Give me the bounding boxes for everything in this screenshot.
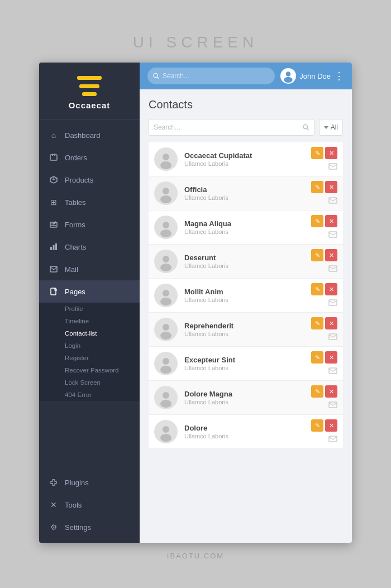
contact-sub: Ullamco Laboris bbox=[184, 194, 311, 201]
svg-rect-32 bbox=[329, 300, 337, 305]
contact-actions: ✎ ✕ bbox=[311, 215, 337, 240]
sidebar-item-products[interactable]: Products bbox=[39, 169, 140, 191]
delete-button[interactable]: ✕ bbox=[325, 249, 337, 261]
contact-mail-icon[interactable] bbox=[328, 162, 337, 171]
contact-info: Dolore Magna Ullamco Laboris bbox=[184, 390, 311, 405]
sidebar-item-pages[interactable]: Pages bbox=[39, 280, 140, 303]
sidebar-item-tools[interactable]: ✕ Tools bbox=[39, 494, 140, 516]
sidebar-item-orders[interactable]: Orders bbox=[39, 146, 140, 169]
sidebar-item-forms[interactable]: Forms bbox=[39, 213, 140, 236]
contact-avatar bbox=[154, 420, 178, 443]
edit-button[interactable]: ✎ bbox=[311, 283, 323, 295]
dropdown-arrow-icon bbox=[324, 126, 328, 129]
contact-mail-icon[interactable] bbox=[328, 435, 337, 444]
contact-info: Deserunt Ullamco Laboris bbox=[184, 254, 311, 269]
sidebar-item-charts[interactable]: Charts bbox=[39, 236, 140, 258]
contact-row: Magna Aliqua Ullamco Laboris ✎ ✕ bbox=[149, 211, 343, 245]
sidebar-item-plugins[interactable]: Plugins bbox=[39, 471, 140, 494]
contact-actions: ✎ ✕ bbox=[311, 249, 337, 274]
contact-mail-icon[interactable] bbox=[328, 197, 337, 205]
filter-search-box[interactable] bbox=[149, 119, 314, 136]
sidebar-item-dashboard[interactable]: ⌂ Dashboard bbox=[39, 124, 140, 146]
contact-avatar bbox=[154, 284, 178, 307]
edit-button[interactable]: ✎ bbox=[311, 317, 323, 329]
filter-search-input[interactable] bbox=[154, 123, 299, 131]
search-box[interactable] bbox=[147, 68, 275, 84]
contact-name: Reprehenderit bbox=[184, 322, 311, 330]
svg-rect-16 bbox=[329, 164, 337, 169]
submenu-profile[interactable]: Profile bbox=[65, 303, 140, 315]
contact-name: Officia bbox=[184, 185, 311, 194]
tables-icon: ⊞ bbox=[48, 197, 59, 208]
submenu-contact-list[interactable]: Contact-list bbox=[65, 327, 140, 340]
svg-rect-28 bbox=[329, 266, 337, 271]
logo-icon bbox=[77, 76, 102, 96]
svg-point-42 bbox=[163, 392, 169, 399]
edit-button[interactable]: ✎ bbox=[311, 419, 323, 432]
edit-button[interactable]: ✎ bbox=[311, 147, 323, 159]
svg-point-46 bbox=[163, 426, 169, 433]
delete-button[interactable]: ✕ bbox=[325, 385, 337, 398]
filter-dropdown[interactable]: All bbox=[319, 119, 343, 136]
search-input-top[interactable] bbox=[163, 72, 269, 80]
app-container: Occaecat ⌂ Dashboard Orders bbox=[39, 63, 352, 543]
submenu-lock-screen[interactable]: Lock Screen bbox=[65, 376, 140, 389]
menu-dots[interactable]: ⋮ bbox=[334, 70, 344, 82]
contact-name: Dolore Magna bbox=[184, 390, 311, 398]
submenu-recover-password[interactable]: Recover Password bbox=[65, 364, 140, 376]
delete-button[interactable]: ✕ bbox=[325, 351, 337, 364]
action-buttons: ✎ ✕ bbox=[311, 249, 337, 261]
logo-area: Occaecat bbox=[39, 63, 140, 119]
delete-button[interactable]: ✕ bbox=[325, 317, 337, 329]
action-buttons: ✎ ✕ bbox=[311, 283, 337, 295]
contact-mail-icon[interactable] bbox=[328, 231, 337, 240]
svg-rect-44 bbox=[329, 402, 337, 408]
action-buttons: ✎ ✕ bbox=[311, 351, 337, 364]
action-buttons: ✎ ✕ bbox=[311, 419, 337, 432]
contact-mail-icon[interactable] bbox=[328, 367, 337, 376]
edit-button[interactable]: ✎ bbox=[311, 249, 323, 261]
contact-actions: ✎ ✕ bbox=[311, 147, 337, 171]
sidebar-item-tables[interactable]: ⊞ Tables bbox=[39, 191, 140, 213]
delete-button[interactable]: ✕ bbox=[325, 181, 337, 193]
contact-mail-icon[interactable] bbox=[328, 333, 337, 342]
contact-mail-icon[interactable] bbox=[328, 299, 337, 308]
edit-button[interactable]: ✎ bbox=[311, 215, 323, 227]
svg-point-39 bbox=[160, 366, 171, 374]
contact-info: Excepteur Sint Ullamco Laboris bbox=[184, 356, 311, 371]
main-content: John Doe ⋮ Contacts bbox=[140, 63, 352, 543]
svg-rect-1 bbox=[52, 154, 53, 156]
edit-button[interactable]: ✎ bbox=[311, 351, 323, 364]
plugins-icon bbox=[48, 477, 59, 488]
top-bar: John Doe ⋮ bbox=[140, 63, 352, 89]
edit-button[interactable]: ✎ bbox=[311, 181, 323, 193]
sidebar-item-mail[interactable]: Mail bbox=[39, 258, 140, 280]
svg-point-31 bbox=[160, 298, 171, 305]
delete-button[interactable]: ✕ bbox=[325, 215, 337, 227]
delete-button[interactable]: ✕ bbox=[325, 147, 337, 159]
contact-name: Magna Aliqua bbox=[184, 219, 311, 228]
contact-sub: Ullamco Laboris bbox=[184, 331, 311, 337]
contact-name: Excepteur Sint bbox=[184, 356, 311, 364]
submenu-timeline[interactable]: Timeline bbox=[65, 315, 140, 327]
sidebar-item-settings[interactable]: ⚙ Settings bbox=[39, 516, 140, 538]
svg-point-15 bbox=[160, 161, 171, 169]
submenu-register[interactable]: Register bbox=[65, 352, 140, 364]
avatar bbox=[280, 68, 296, 84]
contact-row: Excepteur Sint Ullamco Laboris ✎ ✕ bbox=[149, 347, 343, 381]
svg-point-34 bbox=[163, 324, 169, 331]
orders-icon bbox=[48, 152, 59, 163]
contact-name: Occaecat Cupidatat bbox=[184, 151, 311, 160]
contact-info: Mollit Anim Ullamco Laboris bbox=[184, 288, 311, 303]
delete-button[interactable]: ✕ bbox=[325, 283, 337, 295]
delete-button[interactable]: ✕ bbox=[325, 419, 337, 432]
svg-rect-6 bbox=[55, 243, 57, 250]
submenu-404-error[interactable]: 404 Error bbox=[65, 389, 140, 401]
svg-rect-24 bbox=[329, 232, 337, 237]
svg-point-47 bbox=[160, 434, 171, 442]
edit-button[interactable]: ✎ bbox=[311, 385, 323, 398]
contact-avatar bbox=[154, 318, 178, 341]
submenu-login[interactable]: Login bbox=[65, 340, 140, 352]
contact-mail-icon[interactable] bbox=[328, 265, 337, 274]
contact-mail-icon[interactable] bbox=[328, 401, 337, 410]
